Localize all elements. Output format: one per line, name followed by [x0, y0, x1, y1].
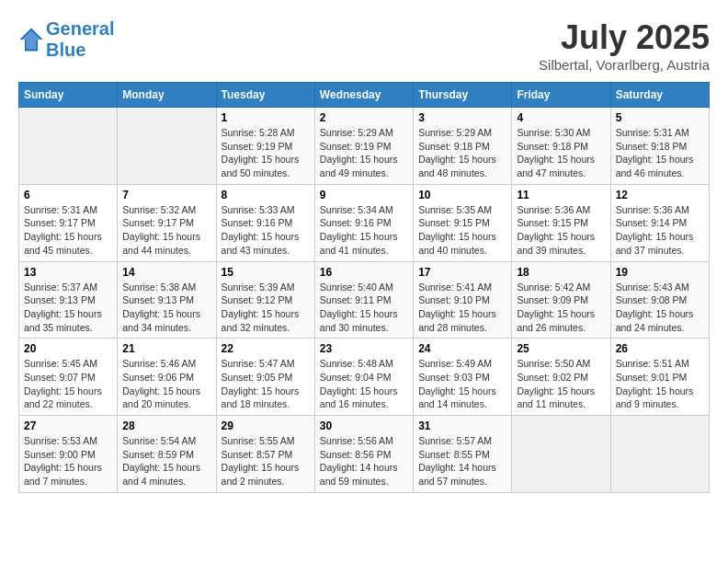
week-row-3: 13Sunrise: 5:37 AMSunset: 9:13 PMDayligh… [19, 261, 710, 339]
weekday-header-tuesday: Tuesday [216, 83, 314, 108]
day-info: Sunrise: 5:32 AMSunset: 9:17 PMDaylight:… [122, 203, 210, 258]
day-number: 23 [320, 342, 408, 355]
calendar-cell [610, 416, 709, 493]
day-info: Sunrise: 5:42 AMSunset: 9:09 PMDaylight:… [517, 281, 605, 335]
weekday-header-sunday: Sunday [19, 83, 118, 108]
day-info: Sunrise: 5:35 AMSunset: 9:15 PMDaylight:… [418, 203, 506, 258]
day-info: Sunrise: 5:50 AMSunset: 9:02 PMDaylight:… [517, 357, 605, 411]
day-number: 30 [320, 419, 408, 432]
day-info: Sunrise: 5:57 AMSunset: 8:55 PMDaylight:… [418, 434, 506, 488]
day-info: Sunrise: 5:56 AMSunset: 8:56 PMDaylight:… [320, 434, 408, 488]
calendar-cell: 9Sunrise: 5:34 AMSunset: 9:16 PMDaylight… [314, 184, 413, 261]
day-info: Sunrise: 5:54 AMSunset: 8:59 PMDaylight:… [122, 434, 210, 488]
day-number: 13 [24, 266, 112, 279]
calendar-cell: 16Sunrise: 5:40 AMSunset: 9:11 PMDayligh… [314, 261, 413, 339]
calendar-cell: 11Sunrise: 5:36 AMSunset: 9:15 PMDayligh… [512, 184, 610, 261]
calendar-cell: 14Sunrise: 5:38 AMSunset: 9:13 PMDayligh… [118, 261, 216, 339]
calendar-cell: 22Sunrise: 5:47 AMSunset: 9:05 PMDayligh… [216, 339, 314, 416]
day-info: Sunrise: 5:48 AMSunset: 9:04 PMDaylight:… [320, 357, 408, 411]
calendar-cell: 10Sunrise: 5:35 AMSunset: 9:15 PMDayligh… [414, 184, 512, 261]
day-number: 26 [616, 342, 704, 355]
calendar-cell [19, 108, 118, 185]
day-info: Sunrise: 5:45 AMSunset: 9:07 PMDaylight:… [24, 357, 112, 411]
day-number: 24 [418, 342, 506, 355]
calendar-cell: 17Sunrise: 5:41 AMSunset: 9:10 PMDayligh… [414, 261, 512, 339]
day-number: 12 [616, 189, 704, 201]
day-info: Sunrise: 5:41 AMSunset: 9:10 PMDaylight:… [418, 281, 506, 335]
svg-marker-1 [22, 30, 41, 49]
day-number: 28 [122, 419, 210, 432]
day-info: Sunrise: 5:47 AMSunset: 9:05 PMDaylight:… [222, 357, 310, 411]
day-number: 8 [222, 189, 310, 201]
day-number: 1 [222, 111, 310, 124]
day-number: 9 [320, 189, 408, 201]
calendar-cell: 12Sunrise: 5:36 AMSunset: 9:14 PMDayligh… [610, 184, 709, 261]
calendar-cell: 8Sunrise: 5:33 AMSunset: 9:16 PMDaylight… [216, 184, 314, 261]
day-number: 10 [418, 189, 506, 201]
calendar-cell: 4Sunrise: 5:30 AMSunset: 9:18 PMDaylight… [512, 108, 610, 185]
day-info: Sunrise: 5:38 AMSunset: 9:13 PMDaylight:… [122, 281, 210, 335]
calendar-cell: 27Sunrise: 5:53 AMSunset: 9:00 PMDayligh… [19, 416, 118, 493]
day-number: 6 [24, 189, 112, 201]
week-row-4: 20Sunrise: 5:45 AMSunset: 9:07 PMDayligh… [19, 339, 710, 416]
day-number: 29 [222, 419, 310, 432]
day-number: 14 [122, 266, 210, 279]
day-info: Sunrise: 5:36 AMSunset: 9:15 PMDaylight:… [517, 203, 605, 258]
day-number: 31 [418, 419, 506, 432]
logo-icon [18, 27, 44, 52]
calendar-cell: 28Sunrise: 5:54 AMSunset: 8:59 PMDayligh… [118, 416, 216, 493]
day-number: 4 [517, 111, 605, 124]
day-info: Sunrise: 5:55 AMSunset: 8:57 PMDaylight:… [222, 434, 310, 488]
logo: General Blue [18, 18, 114, 61]
day-info: Sunrise: 5:49 AMSunset: 9:03 PMDaylight:… [418, 357, 506, 411]
weekday-header-row: SundayMondayTuesdayWednesdayThursdayFrid… [19, 83, 710, 108]
day-info: Sunrise: 5:36 AMSunset: 9:14 PMDaylight:… [616, 203, 704, 258]
day-info: Sunrise: 5:29 AMSunset: 9:18 PMDaylight:… [418, 126, 506, 180]
weekday-header-saturday: Saturday [610, 83, 709, 108]
weekday-header-thursday: Thursday [414, 83, 512, 108]
calendar-cell: 3Sunrise: 5:29 AMSunset: 9:18 PMDaylight… [414, 108, 512, 185]
calendar-cell: 13Sunrise: 5:37 AMSunset: 9:13 PMDayligh… [19, 261, 118, 339]
day-number: 20 [24, 342, 112, 355]
day-info: Sunrise: 5:31 AMSunset: 9:17 PMDaylight:… [24, 203, 112, 258]
weekday-header-friday: Friday [512, 83, 610, 108]
day-info: Sunrise: 5:30 AMSunset: 9:18 PMDaylight:… [517, 126, 605, 180]
day-info: Sunrise: 5:40 AMSunset: 9:11 PMDaylight:… [320, 281, 408, 335]
calendar-cell [512, 416, 610, 493]
title-area: July 2025 Silbertal, Vorarlberg, Austria [539, 18, 710, 73]
week-row-1: 1Sunrise: 5:28 AMSunset: 9:19 PMDaylight… [19, 108, 710, 185]
day-number: 25 [517, 342, 605, 355]
calendar-cell: 7Sunrise: 5:32 AMSunset: 9:17 PMDaylight… [118, 184, 216, 261]
day-number: 15 [222, 266, 310, 279]
day-number: 19 [616, 266, 704, 279]
calendar-cell: 6Sunrise: 5:31 AMSunset: 9:17 PMDaylight… [19, 184, 118, 261]
week-row-2: 6Sunrise: 5:31 AMSunset: 9:17 PMDaylight… [19, 184, 710, 261]
calendar-cell: 25Sunrise: 5:50 AMSunset: 9:02 PMDayligh… [512, 339, 610, 416]
day-info: Sunrise: 5:29 AMSunset: 9:19 PMDaylight:… [320, 126, 408, 180]
day-info: Sunrise: 5:33 AMSunset: 9:16 PMDaylight:… [222, 203, 310, 258]
day-info: Sunrise: 5:31 AMSunset: 9:18 PMDaylight:… [616, 126, 704, 180]
day-number: 11 [517, 189, 605, 201]
calendar-cell: 30Sunrise: 5:56 AMSunset: 8:56 PMDayligh… [314, 416, 413, 493]
weekday-header-wednesday: Wednesday [314, 83, 413, 108]
weekday-header-monday: Monday [118, 83, 216, 108]
calendar-cell: 31Sunrise: 5:57 AMSunset: 8:55 PMDayligh… [414, 416, 512, 493]
day-number: 21 [122, 342, 210, 355]
day-info: Sunrise: 5:53 AMSunset: 9:00 PMDaylight:… [24, 434, 112, 488]
calendar-cell: 20Sunrise: 5:45 AMSunset: 9:07 PMDayligh… [19, 339, 118, 416]
day-number: 16 [320, 266, 408, 279]
calendar-cell: 1Sunrise: 5:28 AMSunset: 9:19 PMDaylight… [216, 108, 314, 185]
day-info: Sunrise: 5:39 AMSunset: 9:12 PMDaylight:… [222, 281, 310, 335]
calendar-cell: 18Sunrise: 5:42 AMSunset: 9:09 PMDayligh… [512, 261, 610, 339]
day-info: Sunrise: 5:28 AMSunset: 9:19 PMDaylight:… [222, 126, 310, 180]
calendar-cell: 5Sunrise: 5:31 AMSunset: 9:18 PMDaylight… [610, 108, 709, 185]
day-number: 27 [24, 419, 112, 432]
day-number: 22 [222, 342, 310, 355]
day-info: Sunrise: 5:37 AMSunset: 9:13 PMDaylight:… [24, 281, 112, 335]
calendar-cell: 15Sunrise: 5:39 AMSunset: 9:12 PMDayligh… [216, 261, 314, 339]
day-info: Sunrise: 5:46 AMSunset: 9:06 PMDaylight:… [122, 357, 210, 411]
day-number: 5 [616, 111, 704, 124]
calendar-cell: 2Sunrise: 5:29 AMSunset: 9:19 PMDaylight… [314, 108, 413, 185]
calendar-cell: 19Sunrise: 5:43 AMSunset: 9:08 PMDayligh… [610, 261, 709, 339]
day-number: 2 [320, 111, 408, 124]
